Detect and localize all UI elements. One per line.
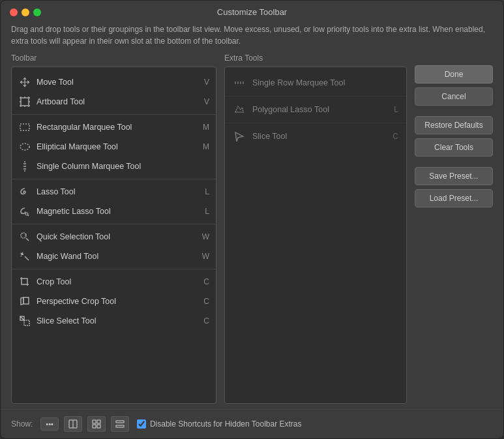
- tool-shortcut: V: [204, 97, 209, 106]
- svg-line-17: [27, 215, 29, 216]
- svg-rect-15: [24, 162, 25, 171]
- slice-tool-icon: [233, 130, 246, 143]
- crop-icon: [18, 275, 31, 288]
- tool-shortcut: L: [205, 187, 209, 196]
- tool-shortcut: L: [205, 207, 209, 216]
- extra-tool-name: Single Row Marquee Tool: [252, 78, 398, 87]
- load-preset-button[interactable]: Load Preset...: [415, 189, 493, 207]
- list-item[interactable]: Crop Tool C: [12, 272, 216, 292]
- tool-shortcut: M: [203, 123, 209, 132]
- save-preset-button[interactable]: Save Preset...: [415, 167, 493, 185]
- list-item[interactable]: Magic Wand Tool W: [12, 247, 216, 266]
- list-item[interactable]: Single Column Marquee Tool: [12, 157, 216, 176]
- tool-name: Elliptical Marquee Tool: [37, 142, 198, 151]
- toolbar-section: Toolbar Move Tool V Artb: [11, 53, 216, 404]
- tool-name: Magic Wand Tool: [37, 252, 197, 261]
- slice-select-icon: [18, 314, 31, 327]
- list-item[interactable]: Slice Select Tool C: [12, 311, 216, 331]
- extra-section-label: Extra Tools: [224, 53, 407, 63]
- rect-marquee-icon: [18, 121, 31, 134]
- grid-single-icon-button[interactable]: [64, 416, 82, 432]
- magnetic-lasso-icon: [18, 205, 31, 218]
- dots-icon: •••: [46, 420, 53, 428]
- checkbox-area: Disable Shortcuts for Hidden Toolbar Ext…: [137, 419, 302, 429]
- svg-line-20: [21, 256, 22, 256]
- disable-shortcuts-label[interactable]: Disable Shortcuts for Hidden Toolbar Ext…: [150, 419, 302, 429]
- dialog-description: Drag and drop tools or their groupings i…: [1, 21, 503, 53]
- polygonal-lasso-icon: [233, 103, 246, 116]
- svg-rect-25: [97, 420, 100, 423]
- toolbar-list[interactable]: Move Tool V Artboard Tool V: [11, 67, 216, 404]
- title-bar: Customize Toolbar: [1, 1, 503, 21]
- customize-toolbar-dialog: Customize Toolbar Drag and drop tools or…: [0, 0, 504, 439]
- svg-point-16: [25, 213, 28, 215]
- cancel-button[interactable]: Cancel: [415, 87, 493, 106]
- tool-group-selection: Quick Selection Tool W Magic Wand Tool W: [12, 224, 216, 269]
- main-area: Toolbar Move Tool V Artb: [1, 53, 503, 404]
- artboard-tool-icon: [18, 95, 31, 108]
- svg-line-19: [25, 256, 29, 260]
- magic-wand-icon: [18, 250, 31, 263]
- list-item[interactable]: Magnetic Lasso Tool L: [12, 202, 216, 221]
- svg-rect-0: [21, 98, 29, 106]
- done-button[interactable]: Done: [415, 65, 493, 83]
- tool-shortcut: W: [202, 252, 209, 261]
- extra-tools-section: Extra Tools Single Row Marquee Tool Poly…: [224, 53, 407, 404]
- ellip-marquee-icon: [18, 140, 31, 153]
- tool-name: Quick Selection Tool: [37, 232, 197, 241]
- tool-shortcut: M: [203, 142, 209, 151]
- list-item[interactable]: Move Tool V: [12, 72, 216, 92]
- quick-sel-icon: [18, 230, 31, 243]
- tool-name: Move Tool: [37, 78, 199, 87]
- list-item[interactable]: Lasso Tool L: [12, 182, 216, 202]
- tool-name: Lasso Tool: [37, 187, 200, 196]
- tool-shortcut: V: [204, 78, 209, 87]
- extra-tool-shortcut: C: [393, 132, 398, 141]
- tool-name: Single Column Marquee Tool: [37, 162, 204, 171]
- extra-tools-list[interactable]: Single Row Marquee Tool Polygonal Lasso …: [224, 67, 407, 404]
- tool-group-move: Move Tool V Artboard Tool V: [12, 70, 216, 115]
- single-row-marquee-icon: [233, 76, 246, 89]
- tool-group-marquee: Rectangular Marquee Tool M Elliptical Ma…: [12, 115, 216, 179]
- dialog-title: Customize Toolbar: [217, 7, 287, 17]
- bottom-bar: Show: ••• Disable Shortcuts for Hidden T…: [1, 409, 503, 438]
- tool-group-crop: Crop Tool C Perspective Crop Tool C: [12, 269, 216, 333]
- list-item[interactable]: Artboard Tool V: [12, 92, 216, 112]
- tool-name: Crop Tool: [37, 277, 198, 286]
- svg-rect-24: [93, 420, 96, 423]
- svg-rect-28: [116, 421, 124, 423]
- svg-rect-13: [20, 124, 29, 130]
- tool-name: Artboard Tool: [37, 97, 199, 106]
- close-button[interactable]: [10, 8, 18, 16]
- tool-shortcut: C: [203, 277, 209, 286]
- grid-multi-icon-button[interactable]: [87, 416, 106, 432]
- move-tool-icon: [18, 76, 31, 89]
- list-item[interactable]: Elliptical Marquee Tool M: [12, 137, 216, 157]
- list-item[interactable]: Slice Tool C: [225, 123, 406, 149]
- show-label: Show:: [11, 419, 33, 429]
- extra-tool-name: Slice Tool: [252, 132, 393, 141]
- disable-shortcuts-checkbox[interactable]: [137, 419, 146, 429]
- extra-tool-name: Polygonal Lasso Tool: [252, 105, 394, 114]
- action-buttons: Done Cancel Restore Defaults Clear Tools…: [415, 53, 493, 404]
- clear-tools-button[interactable]: Clear Tools: [415, 138, 493, 157]
- maximize-button[interactable]: [33, 8, 41, 16]
- tool-shortcut: W: [202, 232, 209, 241]
- tool-shortcut: C: [203, 316, 209, 325]
- lasso-icon: [18, 185, 31, 198]
- dots-button[interactable]: •••: [40, 417, 59, 431]
- svg-rect-27: [97, 425, 100, 428]
- tool-name: Slice Select Tool: [37, 316, 198, 325]
- restore-defaults-button[interactable]: Restore Defaults: [415, 116, 493, 134]
- svg-rect-29: [116, 425, 124, 427]
- list-item[interactable]: Quick Selection Tool W: [12, 227, 216, 247]
- list-item[interactable]: Rectangular Marquee Tool M: [12, 117, 216, 137]
- tool-name: Perspective Crop Tool: [37, 297, 198, 306]
- list-item[interactable]: Perspective Crop Tool C: [12, 292, 216, 311]
- list-icon-button[interactable]: [111, 416, 129, 432]
- minimize-button[interactable]: [22, 8, 29, 16]
- list-item[interactable]: Single Row Marquee Tool: [225, 70, 406, 97]
- tool-name: Magnetic Lasso Tool: [37, 207, 200, 216]
- svg-rect-26: [93, 425, 96, 428]
- list-item[interactable]: Polygonal Lasso Tool L: [225, 97, 406, 123]
